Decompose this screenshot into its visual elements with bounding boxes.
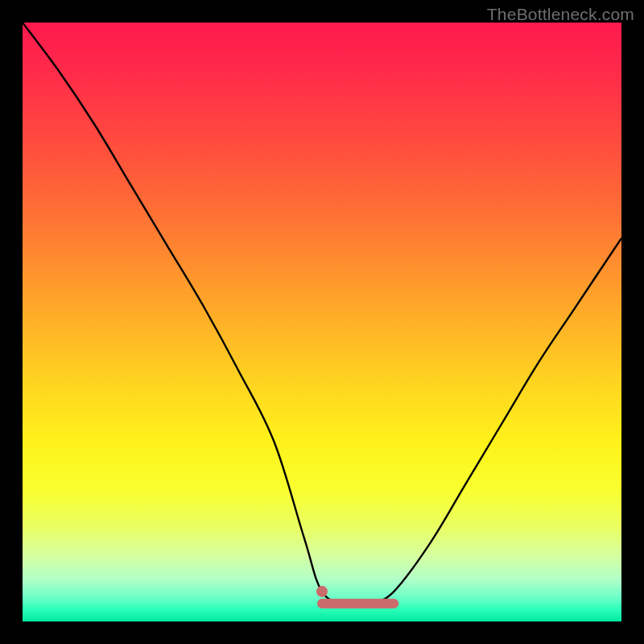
optimal-start-dot (316, 586, 328, 597)
plot-area (23, 23, 621, 621)
chart-frame: TheBottleneck.com (0, 0, 644, 644)
watermark-text: TheBottleneck.com (487, 5, 634, 24)
chart-svg (23, 23, 621, 621)
bottleneck-curve (23, 23, 621, 605)
